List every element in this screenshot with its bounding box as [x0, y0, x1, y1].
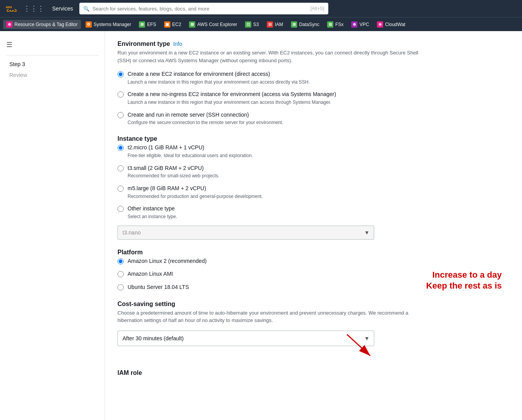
inst-sublabel-4: Select an instance type. [128, 214, 177, 220]
env-option-2: Create a new no-ingress EC2 instance for… [117, 91, 510, 105]
annotation-text: Increase to a day Keep the rest as is [426, 270, 502, 292]
env-label-1[interactable]: Create a new EC2 instance for environmen… [128, 71, 270, 77]
iam-role-section: IAM role [117, 369, 510, 376]
bookmarks-bar: ⊕ Resource Groups & Tag Editor ⚙ Systems… [0, 17, 522, 31]
cost-saving-desc: Choose a predetermined amount of time to… [117, 309, 429, 324]
cost-saving-title: Cost-saving setting [117, 301, 510, 308]
search-bar[interactable]: 🔍 [Alt+S] [79, 3, 328, 14]
inst-radio-2[interactable] [117, 165, 124, 172]
inst-label-1[interactable]: t2.micro (1 GiB RAM + 1 vCPU) [128, 144, 204, 150]
cost-saving-section: Increase to a day Keep the rest as is Co… [117, 301, 510, 346]
inst-option-1: t2.micro (1 GiB RAM + 1 vCPU) Free-tier … [117, 144, 510, 159]
inst-option-3: m5.large (8 GiB RAM + 2 vCPU) Recommende… [117, 185, 510, 200]
inst-label-4[interactable]: Other instance type [128, 205, 175, 212]
env-sublabel-1: Launch a new instance in this region tha… [128, 79, 310, 86]
inst-radio-3[interactable] [117, 186, 124, 192]
inst-option-2: t3.small (2 GiB RAM + 2 vCPU) Recommende… [117, 164, 510, 179]
bookmark-iam[interactable]: ⊟ IAM [264, 20, 286, 29]
bookmark-s3[interactable]: ⊡ S3 [242, 20, 262, 29]
bookmark-rg-label: Resource Groups & Tag Editor [14, 22, 78, 27]
sidebar-review[interactable]: Review [0, 70, 105, 80]
environment-type-title: Environment type Info [117, 40, 510, 47]
annotation-arrow [335, 331, 382, 362]
platform-title: Platform [117, 249, 510, 256]
inst-option-4: Other instance type Select an instance t… [117, 205, 510, 220]
sidebar: ☰ Step 3 Review [0, 31, 105, 420]
annotation-line2: Keep the rest as is [426, 280, 502, 292]
bookmark-cw[interactable]: ⊕ CloudWat [374, 20, 408, 29]
bookmark-vpc-label: VPC [359, 22, 369, 27]
bookmark-iam-label: IAM [275, 22, 283, 27]
env-sublabel-3: Configure the secure connection to the r… [128, 119, 283, 126]
bookmark-fsx-label: FSx [335, 22, 343, 27]
ec2-icon: ▣ [164, 21, 170, 28]
instance-type-dropdown[interactable]: t3.nano [117, 226, 374, 240]
inst-sublabel-2: Recommended for small-sized web projects… [128, 173, 219, 179]
annotation-line1: Increase to a day [426, 270, 502, 281]
instance-type-dropdown-wrapper: t3.nano ▼ [117, 226, 374, 240]
environment-type-section: Environment type Info Run your environme… [117, 40, 510, 126]
bookmark-ec2-label: EC2 [172, 22, 181, 27]
env-radio-2[interactable] [117, 91, 124, 98]
search-shortcut: [Alt+S] [310, 6, 324, 11]
inst-radio-1[interactable] [117, 145, 124, 151]
env-radio-1[interactable] [117, 71, 124, 77]
menu-icon[interactable]: ☰ [0, 37, 105, 52]
inst-sublabel-3: Recommended for production and general-p… [128, 193, 263, 200]
environment-type-info-link[interactable]: Info [173, 41, 182, 47]
bookmark-cw-label: CloudWat [385, 22, 405, 27]
cost-dropdown-wrapper: After 30 minutes (default) After 1 hour … [117, 331, 374, 346]
instance-type-title: Instance type [117, 135, 510, 142]
env-option-1: Create a new EC2 instance for environmen… [117, 70, 510, 85]
env-radio-3[interactable] [117, 112, 124, 118]
svg-text:aws: aws [6, 5, 12, 9]
apps-grid-icon[interactable]: ⋮⋮⋮ [22, 3, 46, 14]
plat-label-2[interactable]: Amazon Linux AMI [128, 271, 173, 277]
sidebar-divider [6, 55, 98, 56]
env-label-2[interactable]: Create a new no-ingress EC2 instance for… [128, 91, 336, 97]
svg-line-2 [347, 334, 370, 356]
rg-icon: ⊕ [6, 21, 12, 28]
main-content: Environment type Info Run your environme… [105, 31, 522, 420]
bookmark-ds[interactable]: ⊞ DataSync [288, 20, 322, 29]
inst-sublabel-1: Free-tier eligible. Ideal for educationa… [128, 152, 253, 159]
iam-icon: ⊟ [267, 21, 273, 28]
bookmark-s3-label: S3 [253, 22, 259, 27]
bookmark-fsx[interactable]: ⊞ FSx [324, 20, 347, 29]
search-input[interactable] [93, 6, 307, 12]
search-icon: 🔍 [83, 6, 89, 12]
bookmark-efs-label: EFS [147, 22, 156, 27]
bookmark-cost[interactable]: ⊠ AWS Cost Explorer [186, 20, 240, 29]
bookmark-cost-label: AWS Cost Explorer [197, 22, 237, 27]
vpc-icon: ⊕ [351, 21, 357, 28]
env-label-3[interactable]: Create and run in remote server (SSH con… [128, 112, 249, 118]
cost-icon: ⊠ [189, 21, 195, 28]
services-button[interactable]: Services [49, 4, 76, 13]
efs-icon: ⊞ [139, 21, 145, 28]
plat-label-3[interactable]: Ubuntu Server 18.04 LTS [128, 284, 189, 290]
plat-radio-3[interactable] [117, 284, 124, 290]
bookmark-ec2[interactable]: ▣ EC2 [161, 20, 184, 29]
sm-icon: ⚙ [86, 21, 92, 28]
bookmark-sm[interactable]: ⚙ Systems Manager [82, 20, 135, 29]
page-wrapper: ☰ Step 3 Review Environment type Info Ru… [0, 31, 522, 420]
bookmark-rg[interactable]: ⊕ Resource Groups & Tag Editor [3, 20, 81, 29]
sidebar-step3[interactable]: Step 3 [0, 59, 105, 70]
environment-type-desc: Run your environment in a new EC2 instan… [117, 49, 429, 64]
plat-radio-1[interactable] [117, 258, 124, 264]
bookmark-vpc[interactable]: ⊕ VPC [348, 20, 372, 29]
bookmark-sm-label: Systems Manager [94, 22, 131, 27]
plat-label-1[interactable]: Amazon Linux 2 (recommended) [128, 258, 207, 264]
bookmark-ds-label: DataSync [299, 22, 319, 27]
inst-label-2[interactable]: t3.small (2 GiB RAM + 2 vCPU) [128, 165, 204, 171]
iam-role-title: IAM role [117, 369, 510, 376]
aws-logo[interactable]: aws [5, 2, 19, 16]
bookmark-efs[interactable]: ⊞ EFS [136, 20, 159, 29]
env-option-3: Create and run in remote server (SSH con… [117, 111, 510, 126]
plat-radio-2[interactable] [117, 271, 124, 277]
inst-radio-4[interactable] [117, 206, 124, 212]
inst-label-3[interactable]: m5.large (8 GiB RAM + 2 vCPU) [128, 185, 206, 191]
fsx-icon: ⊞ [327, 21, 333, 28]
cw-icon: ⊕ [377, 21, 383, 28]
ds-icon: ⊞ [291, 21, 297, 28]
